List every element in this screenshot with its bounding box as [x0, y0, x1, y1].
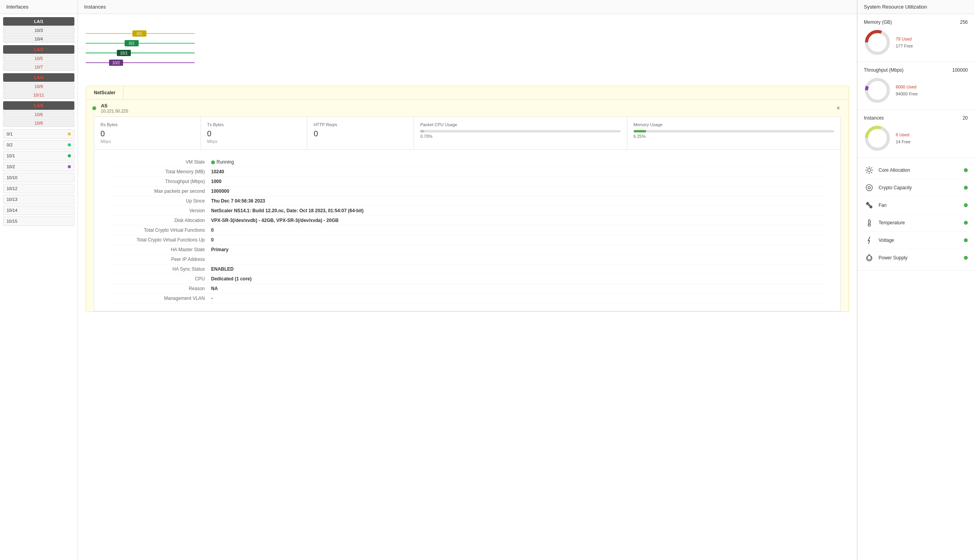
iface-10-3[interactable]: 10/3 [3, 26, 74, 34]
resource-content: Memory (GB) 256 79 Used 177 Free [858, 14, 974, 271]
instance-name: A5 [101, 103, 128, 109]
crypto-capacity-label: Crypto Capacity [879, 185, 964, 190]
cpu-bar-container [420, 130, 620, 132]
iface-10-14-label: 10/14 [7, 208, 18, 213]
svg-text:0/1: 0/1 [137, 32, 142, 36]
stat-rx-unit: Mbps [100, 139, 194, 144]
interfaces-list: LA/1 10/3 10/4 LA/2 10/5 10/7 LA/4 10/9 … [0, 14, 77, 560]
la2-group: LA/2 10/5 10/7 [3, 45, 74, 71]
instances-used: 6 Used [896, 132, 911, 137]
throughput-header: Throughput (Mbps) 100000 [864, 67, 968, 73]
iface-0-1[interactable]: 0/1 [3, 129, 74, 139]
iface-10-15[interactable]: 10/15 [3, 217, 74, 226]
interfaces-panel: Interfaces LA/1 10/3 10/4 LA/2 10/5 10/7… [0, 0, 78, 560]
iface-10-4[interactable]: 10/4 [3, 35, 74, 43]
instances-total: 20 [963, 115, 968, 121]
detail-vm-state-value: Running [211, 159, 234, 165]
wire-dot-0-2 [68, 143, 71, 146]
power-supply-item: Power Supply [864, 249, 968, 266]
detail-disk-value: VPX-SR-3(/dev/xvdb) - 42GB, VPX-SR-3(/de… [211, 218, 338, 223]
iface-10-5[interactable]: 10/5 [3, 55, 74, 62]
detail-ha-master-label: HA Master State [110, 247, 211, 252]
throughput-title: Throughput (Mbps) [864, 67, 904, 73]
detail-total-memory-value: 10240 [211, 169, 224, 174]
core-allocation-status [964, 168, 968, 172]
iface-10-10[interactable]: 10/10 [3, 173, 74, 182]
svg-text:10/1: 10/1 [120, 51, 128, 55]
iface-10-12[interactable]: 10/12 [3, 184, 74, 193]
la1-group: LA/1 10/3 10/4 [3, 17, 74, 43]
iface-0-2[interactable]: 0/2 [3, 140, 74, 150]
memory-stats: 79 Used 177 Free [896, 37, 913, 48]
detail-disk-label: Disk Allocation [110, 218, 211, 223]
detail-reason: Reason NA [110, 284, 825, 294]
la4-label[interactable]: LA/4 [3, 73, 74, 82]
power-supply-status [964, 256, 968, 260]
stat-http: HTTP Req/s 0 [307, 117, 414, 149]
la2-label[interactable]: LA/2 [3, 45, 74, 54]
detail-max-packets: Max packets per second 1000000 [110, 187, 825, 196]
close-button[interactable]: × [834, 104, 842, 113]
detail-throughput-label: Throughput (Mbps) [110, 179, 211, 184]
iface-10-7[interactable]: 10/7 [3, 63, 74, 71]
resource-panel: System Resource Utilization Memory (GB) … [857, 0, 974, 560]
svg-text:0/2: 0/2 [129, 41, 134, 46]
detail-version-value: NetScaler NS14.1: Build 12.20.nc, Date: … [211, 208, 364, 213]
voltage-item: Voltage [864, 232, 968, 249]
stat-tx-value: 0 [207, 129, 301, 138]
svg-rect-34 [868, 220, 870, 224]
iface-10-10-label: 10/10 [7, 175, 18, 180]
svg-point-18 [867, 79, 888, 101]
fan-status [964, 203, 968, 207]
temperature-label: Temperature [879, 220, 964, 225]
stat-tx-unit: Mbps [207, 139, 301, 144]
iface-10-13[interactable]: 10/13 [3, 195, 74, 204]
instances-panel: Instances 0/1 0/2 [78, 0, 857, 560]
svg-line-28 [871, 172, 872, 173]
svg-line-27 [867, 167, 868, 169]
detail-up-since-value: Thu Dec 7 04:56:36 2023 [211, 198, 265, 204]
la1-label[interactable]: LA/1 [3, 17, 74, 26]
stat-rx-bytes: Rx Bytes 0 Mbps [94, 117, 201, 149]
stat-cpu-label: Packet CPU Usage [420, 122, 620, 127]
svg-line-30 [867, 172, 868, 173]
temperature-item: Temperature [864, 214, 968, 232]
core-allocation-icon [864, 165, 875, 176]
wire-dot-10-1 [68, 154, 71, 157]
la5-group: LA/5 10/6 10/8 [3, 101, 74, 127]
instances-donut [864, 125, 891, 152]
memory-section: Memory (GB) 256 79 Used 177 Free [858, 14, 974, 62]
stat-tx-label: Tx Bytes [207, 122, 301, 127]
iface-10-9[interactable]: 10/9 [3, 83, 74, 90]
fan-label: Fan [879, 203, 964, 208]
netscaler-tabs: NetScaler [86, 86, 849, 100]
iface-10-11[interactable]: 10/11 [3, 91, 74, 99]
netscaler-tab[interactable]: NetScaler [86, 86, 123, 99]
crypto-capacity-item: Crypto Capacity [864, 179, 968, 197]
memory-bar-fill [634, 130, 646, 132]
la4-group: LA/4 10/9 10/11 [3, 73, 74, 99]
iface-10-8[interactable]: 10/8 [3, 119, 74, 127]
stat-tx-bytes: Tx Bytes 0 Mbps [201, 117, 308, 149]
stat-memory: Memory Usage 6.25% [627, 117, 840, 149]
iface-10-14[interactable]: 10/14 [3, 206, 74, 215]
detail-throughput-value: 1000 [211, 179, 222, 184]
detail-total-memory-label: Total Memory (MB) [110, 169, 211, 174]
iface-10-2-label: 10/2 [7, 164, 15, 169]
svg-point-31 [866, 185, 872, 191]
detail-crypto-vf: Total Crypto Virtual Functions 0 [110, 225, 825, 235]
memory-bar-container [634, 130, 834, 132]
iface-10-2[interactable]: 10/2 [3, 162, 74, 171]
detail-ha-master-value: Primary [211, 247, 229, 252]
memory-bar-bg [634, 130, 834, 132]
la5-label[interactable]: LA/5 [3, 101, 74, 110]
iface-10-1[interactable]: 10/1 [3, 151, 74, 160]
detail-mgmt-vlan-value: - [211, 296, 213, 301]
iface-10-6[interactable]: 10/6 [3, 111, 74, 118]
vm-running-dot [211, 160, 215, 164]
detail-total-memory: Total Memory (MB) 10240 [110, 167, 825, 177]
detail-cpu-info-value: Dedicated (1 core) [211, 276, 252, 282]
detail-max-packets-value: 1000000 [211, 188, 229, 194]
instances-content: 0/1 0/2 10/1 [78, 14, 857, 560]
svg-point-33 [868, 204, 870, 206]
